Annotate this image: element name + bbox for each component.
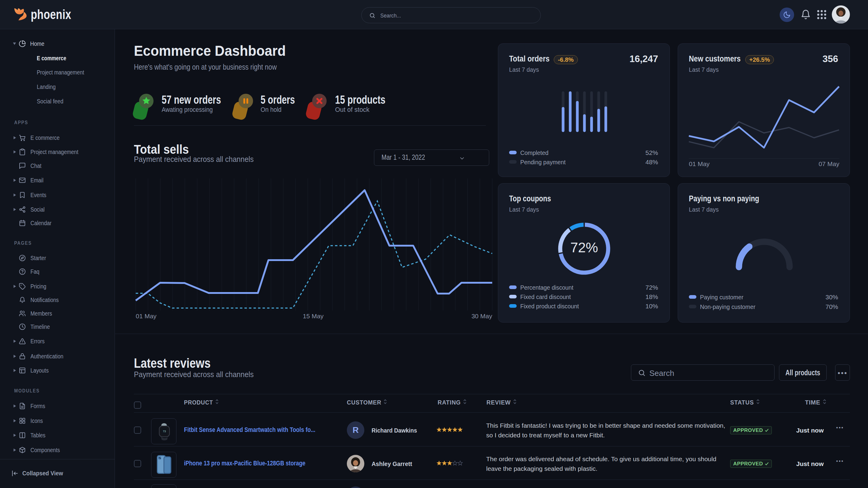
svg-text:73: 73 bbox=[163, 430, 166, 433]
